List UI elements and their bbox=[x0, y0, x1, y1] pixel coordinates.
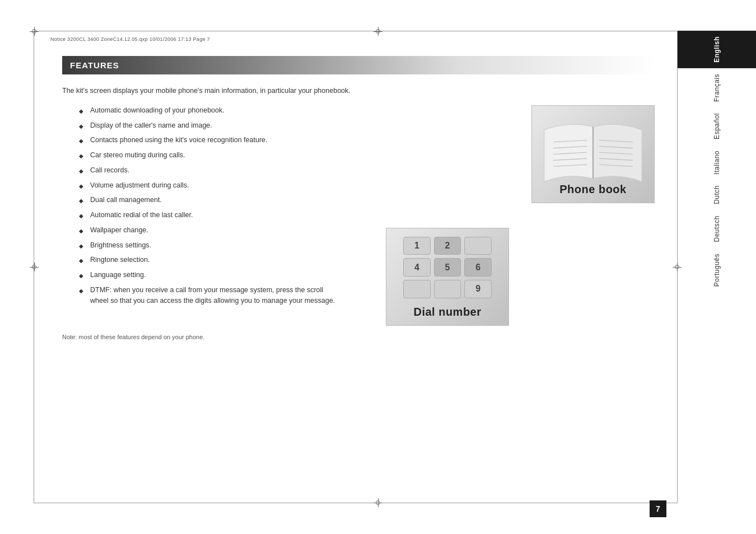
bullet-item-9: ◆ Wallpaper change. bbox=[62, 225, 375, 236]
bullet-text-10: Brightness settings. bbox=[90, 240, 151, 251]
note-text: Note: most of these features depend on y… bbox=[62, 334, 509, 340]
bullet-text-2: Display of the caller's name and image. bbox=[90, 120, 212, 131]
lang-tab-portugues[interactable]: Português bbox=[678, 248, 756, 292]
main-content: FEATURES The kit's screen displays your … bbox=[34, 31, 677, 503]
language-sidebar: English Français Español Italiano Dutch … bbox=[678, 31, 756, 503]
bullet-item-6: ◆ Volume adjustment during calls. bbox=[62, 180, 509, 191]
key-1: 1 bbox=[403, 237, 431, 255]
page-number: 7 bbox=[650, 500, 666, 517]
key-3 bbox=[464, 237, 492, 255]
bullet-item-5: ◆ Call records. bbox=[62, 165, 509, 176]
dial-number-image: 1 2 4 5 6 9 Dial number bbox=[386, 228, 509, 326]
bullet-text-13: DTMF: when you receive a call from your … bbox=[90, 285, 342, 306]
key-7 bbox=[403, 280, 431, 298]
lang-tab-italiano[interactable]: Italiano bbox=[678, 145, 756, 180]
bullet-text-9: Wallpaper change. bbox=[90, 225, 148, 236]
bullet-item-8: ◆ Automatic redial of the last caller. bbox=[62, 210, 509, 221]
lang-tab-english[interactable]: English bbox=[678, 31, 756, 68]
bullet-icon-9: ◆ bbox=[79, 227, 83, 235]
bullet-item-7: ◆ Dual call management. bbox=[62, 195, 509, 205]
bullet-icon-2: ◆ bbox=[79, 122, 83, 130]
lang-tab-dutch[interactable]: Dutch bbox=[678, 180, 756, 210]
bullet-text-7: Dual call management. bbox=[90, 195, 162, 205]
lang-tab-francais[interactable]: Français bbox=[678, 68, 756, 107]
bullet-text-5: Call records. bbox=[90, 165, 129, 176]
bullet-item-10: ◆ Brightness settings. bbox=[62, 240, 375, 251]
bullet-icon-6: ◆ bbox=[79, 182, 83, 190]
bullet-icon-1: ◆ bbox=[79, 107, 83, 115]
bullet-item-11: ◆ Ringtone selection. bbox=[62, 255, 375, 265]
bullet-icon-13: ◆ bbox=[79, 287, 83, 295]
bullet-item-2: ◆ Display of the caller's name and image… bbox=[62, 120, 509, 131]
key-6: 6 bbox=[464, 258, 492, 277]
bullet-text-4: Car stereo muting during calls. bbox=[90, 150, 185, 161]
features-bar: FEATURES bbox=[62, 56, 655, 74]
content-layout: ◆ Automatic downloading of your phoneboo… bbox=[62, 105, 655, 340]
bullet-icon-11: ◆ bbox=[79, 256, 83, 265]
bullet-icon-5: ◆ bbox=[79, 167, 83, 175]
phonebook-label: Phone book bbox=[559, 183, 626, 196]
images-column: Phone book bbox=[520, 105, 655, 340]
key-9: 9 bbox=[464, 280, 492, 298]
bullet-text-1: Automatic downloading of your phonebook. bbox=[90, 105, 225, 116]
bullet-item-3: ◆ Contacts phoned using the kit's voice … bbox=[62, 135, 509, 146]
bullet-text-11: Ringtone selection. bbox=[90, 255, 150, 265]
bullet-icon-3: ◆ bbox=[79, 137, 83, 145]
key-8 bbox=[434, 280, 461, 298]
page-border-bottom bbox=[34, 503, 678, 503]
bullet-icon-10: ◆ bbox=[79, 242, 83, 250]
bullet-item-1: ◆ Automatic downloading of your phoneboo… bbox=[62, 105, 509, 116]
intro-text: The kit's screen displays your mobile ph… bbox=[62, 86, 655, 96]
key-2: 2 bbox=[434, 237, 461, 255]
bullet-text-3: Contacts phoned using the kit's voice re… bbox=[90, 135, 267, 146]
bullet-text-8: Automatic redial of the last caller. bbox=[90, 210, 193, 221]
bullets-column: ◆ Automatic downloading of your phoneboo… bbox=[62, 105, 509, 340]
bullet-item-12: ◆ Language setting. bbox=[62, 270, 375, 280]
features-title: FEATURES bbox=[70, 60, 119, 70]
bullet-icon-4: ◆ bbox=[79, 152, 83, 160]
bullet-text-12: Language setting. bbox=[90, 270, 146, 280]
dialnumber-label: Dial number bbox=[413, 306, 481, 318]
bullet-text-6: Volume adjustment during calls. bbox=[90, 180, 189, 191]
phonebook-image: Phone book bbox=[531, 105, 655, 203]
lang-tab-espanol[interactable]: Español bbox=[678, 107, 756, 145]
bullet-item-13: ◆ DTMF: when you receive a call from you… bbox=[62, 285, 375, 306]
key-5: 5 bbox=[434, 258, 461, 277]
bullet-icon-12: ◆ bbox=[79, 271, 83, 280]
lang-tab-deutsch[interactable]: Deutsch bbox=[678, 210, 756, 248]
bullet-icon-7: ◆ bbox=[79, 196, 83, 205]
keypad-grid: 1 2 4 5 6 9 bbox=[403, 237, 492, 298]
key-4: 4 bbox=[403, 258, 431, 277]
bullet-icon-8: ◆ bbox=[79, 212, 83, 220]
bullet-item-4: ◆ Car stereo muting during calls. bbox=[62, 150, 509, 161]
